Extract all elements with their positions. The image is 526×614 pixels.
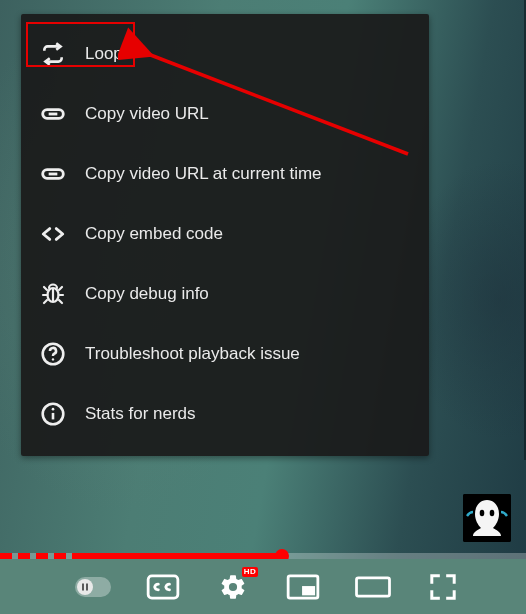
svg-rect-23 (148, 575, 178, 597)
menu-item-stats[interactable]: Stats for nerds (21, 384, 429, 444)
context-menu: Loop Copy video URL Copy video URL at cu… (21, 14, 429, 456)
svg-rect-26 (357, 577, 390, 595)
link-icon (39, 160, 67, 188)
svg-rect-21 (82, 583, 84, 590)
link-icon (39, 100, 67, 128)
menu-item-label: Stats for nerds (85, 404, 196, 424)
svg-rect-22 (86, 583, 88, 590)
svg-line-7 (44, 287, 47, 290)
bug-icon (39, 280, 67, 308)
svg-line-10 (59, 300, 62, 303)
settings-button[interactable]: HD (214, 570, 252, 604)
menu-item-troubleshoot[interactable]: Troubleshoot playback issue (21, 324, 429, 384)
menu-item-copy-embed[interactable]: Copy embed code (21, 204, 429, 264)
svg-point-13 (52, 358, 54, 360)
embed-icon (39, 220, 67, 248)
channel-avatar[interactable] (463, 494, 511, 542)
menu-item-copy-url[interactable]: Copy video URL (21, 84, 429, 144)
menu-item-label: Copy video URL (85, 104, 209, 124)
miniplayer-button[interactable] (284, 570, 322, 604)
info-icon (39, 400, 67, 428)
loop-icon (39, 40, 67, 68)
menu-item-copy-debug[interactable]: Copy debug info (21, 264, 429, 324)
svg-line-8 (59, 287, 62, 290)
svg-point-15 (52, 408, 55, 411)
menu-item-label: Loop (85, 44, 123, 64)
svg-point-19 (480, 510, 485, 516)
menu-item-label: Troubleshoot playback issue (85, 344, 300, 364)
fullscreen-button[interactable] (424, 570, 462, 604)
menu-item-label: Copy video URL at current time (85, 164, 322, 184)
hd-badge: HD (242, 567, 258, 577)
svg-rect-25 (302, 586, 315, 595)
svg-line-9 (44, 300, 47, 303)
menu-item-copy-url-time[interactable]: Copy video URL at current time (21, 144, 429, 204)
autoplay-toggle[interactable] (74, 570, 112, 604)
video-player: Loop Copy video URL Copy video URL at cu… (0, 0, 526, 614)
help-icon (39, 340, 67, 368)
menu-item-label: Copy debug info (85, 284, 209, 304)
menu-item-loop[interactable]: Loop (21, 24, 429, 84)
theater-button[interactable] (354, 570, 392, 604)
menu-item-label: Copy embed code (85, 224, 223, 244)
svg-point-20 (490, 510, 495, 516)
player-controls: HD (0, 559, 526, 614)
subtitles-button[interactable] (144, 570, 182, 604)
